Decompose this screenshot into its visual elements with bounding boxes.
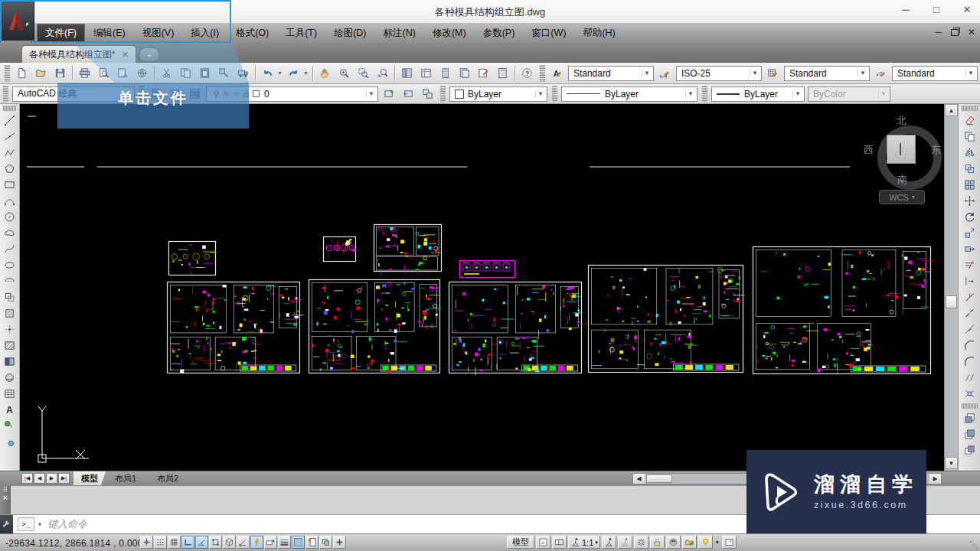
blend-icon[interactable] [962,370,978,386]
polygon-icon[interactable] [2,161,18,177]
toolbar-grip[interactable] [4,65,10,82]
app-menu-button[interactable] [0,0,34,41]
minimize-button[interactable]: ─ [899,4,913,15]
dim-style-icon[interactable] [655,64,675,83]
layout-tab-nav-1[interactable]: |◀ [21,473,33,484]
layer-previous-icon[interactable] [399,84,418,103]
osnap-icon[interactable] [209,536,222,549]
make-block-icon[interactable] [2,305,18,321]
linetype-combo-arrow-icon[interactable]: ▼ [685,90,695,97]
text-style-icon[interactable]: A [547,64,567,83]
mdi-minimize-button[interactable]: ─ [935,28,942,37]
quick-properties-icon[interactable] [305,536,318,549]
menu-item-10[interactable]: 参数(P) [475,24,524,43]
annotation-visibility-icon[interactable] [618,536,632,549]
web-icon[interactable] [132,64,152,83]
construction-line-icon[interactable] [2,129,18,145]
zoom-previous-icon[interactable] [373,64,392,83]
viewcube-north-label[interactable]: 北 [897,114,906,128]
ui-lock-icon[interactable] [650,536,665,549]
etransmit-icon[interactable] [234,64,253,83]
transparency-icon[interactable] [292,536,305,549]
lineweight-combo[interactable]: ByLayer▼ [711,86,805,102]
line-icon[interactable] [2,112,18,129]
circle-icon[interactable] [2,209,18,225]
stretch-icon[interactable] [962,241,978,257]
quickcalc-icon[interactable] [493,64,512,83]
bring-to-front-icon[interactable] [962,410,978,426]
properties-icon[interactable] [397,64,416,83]
snap-icon[interactable] [154,536,167,549]
statusbar-grip[interactable] [969,540,978,549]
mleader-style-combo[interactable]: Standard▼ [892,66,978,81]
hatch-icon[interactable] [2,337,18,354]
infer-constraints-icon[interactable] [140,536,153,549]
move-icon[interactable] [962,193,978,209]
viewcube-east-label[interactable]: 东 [931,143,941,157]
cut-icon[interactable] [157,64,176,83]
tab-模型[interactable]: 模型 [74,471,106,485]
plot-icon[interactable] [75,64,94,83]
toolbar-grip[interactable] [2,86,8,103]
mdi-restore-button[interactable] [951,29,959,36]
polar-tracking-icon[interactable] [195,536,208,549]
color-combo-arrow-icon[interactable]: ▼ [535,90,545,97]
annotation-scale-button[interactable]: 1:1▾ [568,536,600,549]
object-color-combo[interactable]: ByLayer▼ [449,86,547,102]
ellipse-icon[interactable] [2,257,18,273]
rectangle-icon[interactable] [2,177,18,193]
region-icon[interactable] [2,370,18,386]
erase-icon[interactable] [962,112,978,129]
draworder-toolbar-grip[interactable] [962,403,978,409]
revision-cloud-icon[interactable] [2,225,18,241]
new-icon[interactable] [12,64,31,83]
maximize-button[interactable]: □ [929,4,943,15]
markup-icon[interactable] [474,64,493,83]
scale-icon[interactable] [962,225,978,241]
gradient-icon[interactable] [2,354,18,370]
paste-icon[interactable] [195,64,214,83]
scroll-up-icon[interactable]: ▲ [945,104,958,116]
extend-icon[interactable] [962,273,978,289]
insert-block-icon[interactable] [2,289,18,305]
command-input[interactable]: 键入命令 [47,517,87,531]
pan-icon[interactable] [315,64,335,83]
scroll-down-icon[interactable]: ▼ [945,457,958,469]
modify-toolbar-grip[interactable] [962,106,978,111]
table-style-icon[interactable] [763,64,782,83]
break-icon[interactable] [962,305,978,321]
redo-icon[interactable] [284,64,303,83]
clean-screen-icon[interactable] [722,536,737,549]
toolbar-grip[interactable] [701,86,707,103]
plot-preview-icon[interactable] [94,64,113,83]
tab-布局2[interactable]: 布局2 [149,471,186,485]
zoom-window-icon[interactable] [354,64,373,83]
otrack-icon[interactable] [237,536,250,549]
menu-item-9[interactable]: 修改(M) [424,24,475,43]
viewcube-west-label[interactable]: 西 [864,143,874,157]
viewcube-south-label[interactable]: 南 [897,173,907,187]
copy-clip-icon[interactable] [176,64,195,83]
quick-view-layouts-icon[interactable] [552,536,567,549]
mleader-style-icon[interactable] [871,64,890,83]
explode-icon[interactable] [962,386,978,402]
lineweight-display-icon[interactable] [278,536,291,549]
undo-dropdown-icon[interactable]: ▼ [277,70,283,76]
vertical-scrollbar[interactable]: ▲ ▼ [944,104,958,471]
bring-above-icon[interactable] [962,442,978,458]
close-button[interactable]: ✕ [960,4,974,15]
publish-icon[interactable] [113,64,132,83]
menu-item-7[interactable]: 绘图(D) [325,24,374,43]
menu-item-12[interactable]: 帮助(H) [574,24,623,43]
menu-item-4[interactable]: 插入(I) [182,24,227,43]
dynamic-input-icon[interactable] [264,536,277,549]
designcenter-icon[interactable] [416,64,436,83]
menu-item-11[interactable]: 窗口(W) [523,24,574,43]
mleader-style-combo-arrow-icon[interactable]: ▼ [965,70,975,77]
new-tab-button[interactable]: + [139,47,159,62]
spline-icon[interactable] [2,241,18,257]
dynamic-ucs-icon[interactable] [250,536,263,549]
layout-icon[interactable] [536,536,550,549]
send-to-back-icon[interactable] [962,426,978,442]
grid-icon[interactable] [168,536,181,549]
